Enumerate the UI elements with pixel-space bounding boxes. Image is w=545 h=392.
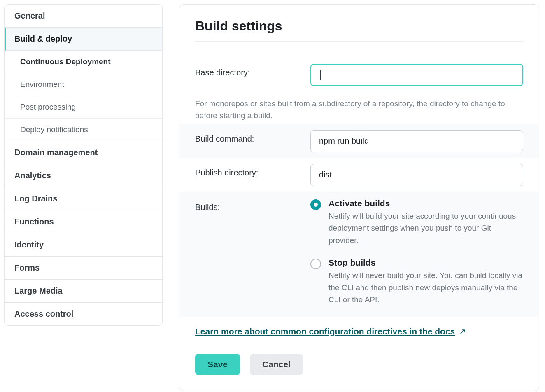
sidebar-item-log-drains[interactable]: Log Drains xyxy=(5,187,162,210)
publish-directory-label: Publish directory: xyxy=(195,164,310,177)
sidebar-item-large-media[interactable]: Large Media xyxy=(5,280,162,303)
builds-label: Builds: xyxy=(195,198,310,212)
activate-builds-title: Activate builds xyxy=(328,198,523,208)
settings-sidebar: General Build & deploy Continuous Deploy… xyxy=(4,4,163,326)
radio-selected-icon xyxy=(310,199,321,210)
sidebar-item-functions[interactable]: Functions xyxy=(5,210,162,233)
sidebar-item-general[interactable]: General xyxy=(5,5,162,28)
build-command-label: Build command: xyxy=(195,130,310,144)
sidebar-item-forms[interactable]: Forms xyxy=(5,257,162,280)
sidebar-item-build-deploy[interactable]: Build & deploy xyxy=(5,28,162,51)
sidebar-item-domain-management[interactable]: Domain management xyxy=(5,141,162,164)
activate-builds-desc: Netlify will build your site according t… xyxy=(328,210,523,246)
text-caret-icon xyxy=(320,70,321,80)
build-command-input[interactable] xyxy=(310,130,523,152)
save-button[interactable]: Save xyxy=(195,354,240,375)
sidebar-item-identity[interactable]: Identity xyxy=(5,233,162,257)
publish-directory-input[interactable] xyxy=(310,164,523,186)
sidebar-subitem-post-processing[interactable]: Post processing xyxy=(5,96,162,119)
base-directory-help: For monorepos or sites built from a subd… xyxy=(195,98,523,122)
sidebar-subitem-deploy-notifications[interactable]: Deploy notifications xyxy=(5,119,162,141)
sidebar-item-analytics[interactable]: Analytics xyxy=(5,164,162,187)
base-directory-input[interactable] xyxy=(310,64,523,86)
cancel-button[interactable]: Cancel xyxy=(250,354,303,375)
sidebar-subitem-environment[interactable]: Environment xyxy=(5,73,162,96)
sidebar-subitem-continuous-deployment[interactable]: Continuous Deployment xyxy=(5,51,162,73)
docs-link[interactable]: Learn more about common configuration di… xyxy=(195,327,455,336)
sidebar-item-access-control[interactable]: Access control xyxy=(5,303,162,325)
panel-title: Build settings xyxy=(195,19,523,42)
builds-option-activate[interactable]: Activate builds Netlify will build your … xyxy=(310,198,523,246)
stop-builds-title: Stop builds xyxy=(328,258,523,268)
builds-option-stop[interactable]: Stop builds Netlify will never build you… xyxy=(310,258,523,306)
base-directory-label: Base directory: xyxy=(195,64,310,77)
external-link-icon: ↗ xyxy=(459,327,466,336)
stop-builds-desc: Netlify will never build your site. You … xyxy=(328,269,523,306)
build-settings-panel: Build settings Base directory: For monor… xyxy=(179,4,539,391)
radio-unselected-icon xyxy=(310,259,321,269)
